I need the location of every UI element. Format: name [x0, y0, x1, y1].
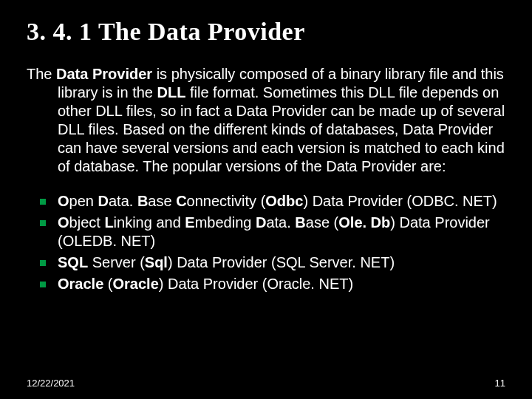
seg: Ole. Db [338, 214, 390, 231]
seg: Oracle [58, 276, 103, 292]
seg: Server ( [88, 254, 145, 270]
list-item: Open Data. Base Connectivity (Odbc) Data… [37, 192, 505, 211]
seg: ata. [266, 214, 295, 231]
list-item: Object Linking and Embeding Data. Base (… [37, 214, 505, 250]
seg: mbeding [195, 214, 256, 231]
seg: Odbc [265, 193, 303, 209]
seg: onnectivity ( [187, 193, 266, 209]
seg: ase [148, 193, 176, 209]
footer: 12/22/2021 11 [27, 378, 505, 389]
seg: L [104, 214, 113, 231]
list-item: Oracle (Oracle) Data Provider (Oracle. N… [37, 275, 505, 293]
seg: E [185, 214, 194, 231]
seg: B [137, 193, 148, 209]
seg: D [256, 214, 266, 231]
seg: Oracle [112, 276, 158, 292]
seg: SQL [58, 254, 88, 270]
page-title: 3. 4. 1 The Data Provider [27, 18, 505, 46]
seg: Sql [145, 254, 168, 270]
para-lead-pre: The [27, 66, 56, 82]
list-item: SQL Server (Sql) Data Provider (SQL Serv… [37, 253, 505, 272]
slide: 3. 4. 1 The Data Provider The Data Provi… [0, 0, 532, 399]
seg: ) Data Provider (Oracle. NET) [159, 276, 353, 292]
seg: O [58, 214, 69, 231]
versions-list: Open Data. Base Connectivity (Odbc) Data… [27, 192, 505, 293]
seg: ) Data Provider (SQL Server. NET) [168, 254, 395, 270]
seg: C [176, 193, 186, 209]
seg: ata. [109, 193, 137, 209]
intro-paragraph: The Data Provider is physically composed… [27, 65, 505, 176]
para-dll: DLL [157, 84, 186, 100]
seg: ( [103, 276, 112, 292]
seg: bject [69, 214, 105, 231]
seg: inking and [114, 214, 185, 231]
seg: B [295, 214, 305, 231]
para-lead-bold: Data Provider [56, 66, 152, 82]
seg: ) Data Provider (ODBC. NET) [303, 193, 497, 209]
footer-date: 12/22/2021 [27, 378, 75, 389]
seg: D [98, 193, 109, 209]
seg: ase ( [306, 214, 338, 231]
seg: pen [69, 193, 98, 209]
footer-page: 11 [495, 378, 505, 389]
seg: O [58, 193, 69, 209]
